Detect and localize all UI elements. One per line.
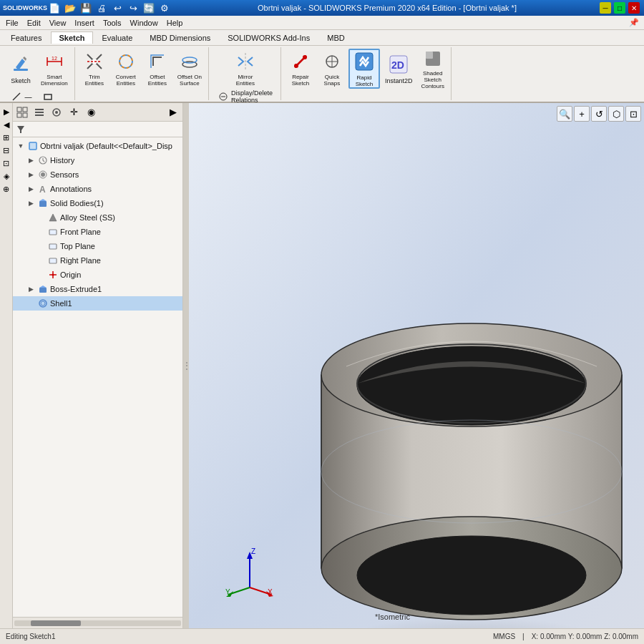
rapid-sketch-button[interactable]: RapidSketch xyxy=(348,49,380,89)
options-button[interactable]: ⚙ xyxy=(157,1,172,15)
sw-logo: SOLIDWORKS xyxy=(3,1,46,15)
display-manager-tab[interactable]: ◉ xyxy=(83,105,99,119)
zoom-in-button[interactable]: + xyxy=(574,106,590,122)
root-expand-arrow[interactable]: ▼ xyxy=(16,141,26,151)
offset-surface-button[interactable]: Offset OnSurface xyxy=(174,49,205,89)
right-plane-icon xyxy=(47,255,59,266)
sketch-group: Sketch 12 SmartDimension — xyxy=(3,47,75,100)
smart-dimension-button[interactable]: 12 SmartDimension xyxy=(37,49,72,89)
instant2d-label: Instant2D xyxy=(385,77,413,84)
3d-viewport[interactable]: Z X Y *Isometric 🔍 + ↺ ⬡ ⊡ xyxy=(189,103,644,628)
menu-edit[interactable]: Edit xyxy=(23,17,45,29)
tab-evaluate[interactable]: Evaluate xyxy=(94,31,141,44)
menu-view[interactable]: View xyxy=(45,17,71,29)
open-button[interactable]: 📂 xyxy=(63,1,77,15)
tree-solid-bodies[interactable]: ▶ Solid Bodies(1) xyxy=(13,196,182,210)
svg-rect-35 xyxy=(35,109,44,110)
solid-bodies-arrow[interactable]: ▶ xyxy=(26,198,36,208)
quick-snaps-button[interactable]: QuickSnaps xyxy=(317,49,347,89)
redo-button[interactable]: ↪ xyxy=(126,1,140,15)
sidebar-scrollbar[interactable] xyxy=(13,617,182,628)
display-delete-button[interactable]: Display/DeleteRelations xyxy=(213,90,278,103)
manager-btn-5[interactable]: ⊡ xyxy=(1,157,12,169)
trim-entities-button[interactable]: TrimEntities xyxy=(79,49,109,89)
tree-top-plane[interactable]: ▶ Top Plane xyxy=(13,239,182,253)
view-orientation-button[interactable]: ⊡ xyxy=(625,106,641,122)
annotations-arrow[interactable]: ▶ xyxy=(26,184,36,194)
rectangle-tool-button[interactable] xyxy=(38,90,58,103)
svg-marker-40 xyxy=(17,126,24,133)
expand-tab[interactable]: ▶ xyxy=(165,105,181,119)
close-button[interactable]: ✕ xyxy=(628,2,640,14)
shaded-sketch-button[interactable]: ShadedSketchContours xyxy=(417,49,447,89)
manager-btn-6[interactable]: ◈ xyxy=(1,170,12,182)
svg-text:Y: Y xyxy=(225,588,230,596)
config-manager-tab[interactable] xyxy=(49,105,64,119)
rapid-sketch-label: RapidSketch xyxy=(356,74,373,87)
quick-snaps-icon xyxy=(321,51,343,72)
tree-shell1[interactable]: ▶ Shell1 xyxy=(13,296,182,311)
tree-annotations[interactable]: ▶ A Annotations xyxy=(13,182,182,196)
tree-boss-extrude[interactable]: ▶ Boss-Extrude1 xyxy=(13,282,182,296)
offset-entities-button[interactable]: OffsetEntities xyxy=(142,49,172,89)
tree-sensors[interactable]: ▶ Sensors xyxy=(13,167,182,182)
instant2d-button[interactable]: 2D Instant2D xyxy=(381,49,416,89)
tree-right-plane[interactable]: ▶ Right Plane xyxy=(13,253,182,268)
sensors-arrow[interactable]: ▶ xyxy=(26,170,36,180)
svg-rect-31 xyxy=(17,107,21,112)
tree-root-node[interactable]: ▼ Obrtni valjak (Default<<Default>_Disp xyxy=(13,139,182,153)
history-label: History xyxy=(50,156,74,165)
zoom-to-fit-button[interactable]: 🔍 xyxy=(557,106,572,122)
rotate-view-button[interactable]: ↺ xyxy=(591,106,607,122)
manager-btn-7[interactable]: ⊕ xyxy=(1,183,12,195)
manager-btn-1[interactable]: ▶ xyxy=(1,106,12,117)
tab-mbd[interactable]: MBD xyxy=(319,31,352,44)
menu-file[interactable]: File xyxy=(1,17,23,29)
pin-icon[interactable]: 📌 xyxy=(628,17,640,29)
boss-extrude-arrow[interactable]: ▶ xyxy=(26,284,36,294)
svg-rect-0 xyxy=(14,69,28,71)
tab-sketch[interactable]: Sketch xyxy=(51,31,92,44)
print-button[interactable]: 🖨 xyxy=(94,1,109,15)
new-button[interactable]: 📄 xyxy=(47,1,62,15)
shell1-icon xyxy=(37,298,49,309)
tree-history[interactable]: ▶ History xyxy=(13,153,182,167)
manager-btn-3[interactable]: ⊞ xyxy=(1,132,12,143)
rebuild-button[interactable]: 🔄 xyxy=(142,1,156,15)
sidebar-resize-handle[interactable]: ⋮ xyxy=(183,103,189,628)
display-style-button[interactable]: ⬡ xyxy=(608,106,624,122)
history-arrow[interactable]: ▶ xyxy=(26,155,36,165)
menu-tools[interactable]: Tools xyxy=(99,17,126,29)
feature-manager-tab[interactable] xyxy=(14,105,30,119)
dim-xpert-tab[interactable]: ✛ xyxy=(66,105,82,119)
line-tool-button[interactable]: — xyxy=(6,90,36,103)
menu-window[interactable]: Window xyxy=(126,17,162,29)
smart-dimension-icon: 12 xyxy=(43,51,66,72)
mirror-entities-button[interactable]: MirrorEntities xyxy=(230,49,260,89)
iso-label-text: *Isometric xyxy=(375,613,410,621)
tree-front-plane[interactable]: ▶ Front Plane xyxy=(13,225,182,239)
menu-help[interactable]: Help xyxy=(162,17,187,29)
save-button[interactable]: 💾 xyxy=(79,1,93,15)
tree-origin[interactable]: ▶ Origin xyxy=(13,268,182,282)
property-manager-tab[interactable] xyxy=(31,105,47,119)
manager-btn-4[interactable]: ⊟ xyxy=(1,145,12,156)
minimize-button[interactable]: ─ xyxy=(600,2,611,14)
undo-button[interactable]: ↩ xyxy=(110,1,125,15)
view-tools-bar: 🔍 + ↺ ⬡ ⊡ xyxy=(557,106,641,122)
menu-insert[interactable]: Insert xyxy=(70,17,99,29)
origin-icon xyxy=(47,269,59,280)
tab-mbd-dimensions[interactable]: MBD Dimensions xyxy=(142,31,218,44)
shaded-sketch-icon xyxy=(421,49,444,69)
tab-features[interactable]: Features xyxy=(3,31,49,44)
manager-btn-2[interactable]: ◀ xyxy=(1,119,12,130)
svg-rect-32 xyxy=(17,113,21,117)
svg-point-12 xyxy=(118,54,134,69)
repair-sketch-label: RepairSketch xyxy=(292,74,309,87)
repair-sketch-button[interactable]: RepairSketch xyxy=(286,49,316,89)
tab-solidworks-addins[interactable]: SOLIDWORKS Add-Ins xyxy=(220,31,318,44)
sketch-button[interactable]: Sketch xyxy=(6,49,36,89)
maximize-button[interactable]: □ xyxy=(614,2,625,14)
tree-material[interactable]: ▶ Alloy Steel (SS) xyxy=(13,210,182,225)
convert-entities-button[interactable]: ConvertEntities xyxy=(111,49,141,89)
